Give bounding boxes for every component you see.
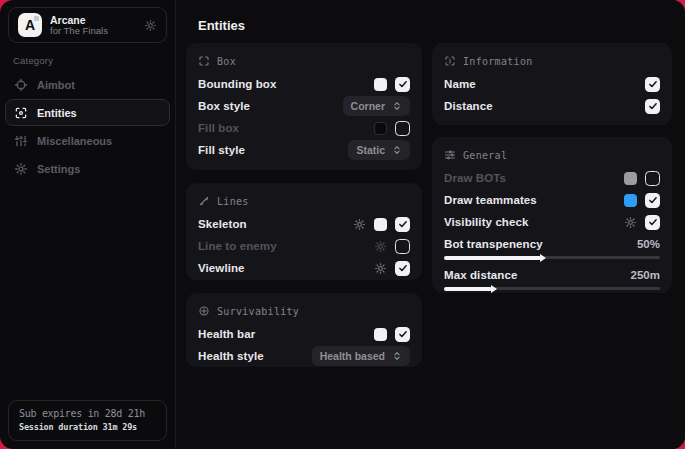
checkbox-bounding-box[interactable] (395, 77, 410, 92)
sliders-icon (14, 134, 28, 148)
color-swatch[interactable] (374, 218, 387, 231)
slider-thumb[interactable] (540, 254, 546, 262)
max-distance-value: 250m (631, 269, 660, 281)
box-style-dropdown[interactable]: Corner (343, 96, 410, 116)
bot-transparency-slider-group: Bot transpenency 50% (444, 234, 660, 259)
dropdown-value: Corner (351, 100, 385, 112)
check-icon (398, 329, 408, 339)
checkbox-draw-bots[interactable] (645, 171, 660, 186)
page-title: Entities (198, 18, 245, 33)
setting-row-draw-teammates: Draw teammates (444, 189, 660, 211)
corner-brackets-icon (198, 55, 210, 67)
app-header-card: A Arcane for The Finals (8, 7, 167, 43)
checkbox-skeleton[interactable] (395, 217, 410, 232)
color-swatch[interactable] (624, 194, 637, 207)
checkbox-visibility-check[interactable] (645, 215, 660, 230)
info-brackets-icon (444, 55, 456, 67)
gear-icon[interactable] (374, 262, 387, 275)
check-icon (648, 101, 658, 111)
slider-thumb[interactable] (491, 285, 497, 293)
checkbox-health-bar[interactable] (395, 327, 410, 342)
section-title-lines: Lines (217, 196, 249, 207)
subscription-info-box: Sub expires in 28d 21h Session duration … (8, 400, 167, 441)
setting-row-name: Name (444, 73, 660, 95)
checkbox-distance[interactable] (645, 99, 660, 114)
sidebar-item-label: Entities (37, 107, 77, 119)
crosshair-icon (14, 78, 28, 92)
gear-icon[interactable] (353, 218, 366, 231)
horizontal-sliders-icon (444, 149, 456, 161)
max-distance-slider-group: Max distance 250m (444, 265, 660, 290)
section-title-information: Information (463, 56, 533, 67)
checkbox-line-to-enemy[interactable] (395, 239, 410, 254)
setting-label: Draw BOTs (444, 172, 506, 184)
setting-label: Bot transpenency (444, 238, 543, 250)
category-label: Category (13, 55, 53, 66)
bot-transparency-slider[interactable] (444, 256, 660, 259)
dropdown-value: Static (356, 144, 385, 156)
setting-label: Health style (198, 350, 264, 362)
sidebar-item-label: Settings (37, 163, 80, 175)
gear-icon (14, 162, 28, 176)
sidebar-item-entities[interactable]: Entities (5, 99, 170, 126)
color-swatch[interactable] (374, 122, 387, 135)
checkbox-fill-box[interactable] (395, 121, 410, 136)
main-content: Entities Box Bounding box Box style Corn… (176, 0, 685, 449)
lifebuoy-icon (198, 305, 210, 317)
chevron-updown-icon (392, 351, 402, 361)
app-name: Arcane (50, 14, 136, 26)
information-section-card: Information Name Distance (432, 43, 672, 125)
lines-section-card: Lines Skeleton Line to enemy Viewline (186, 183, 422, 280)
max-distance-slider[interactable] (444, 287, 660, 290)
gear-icon[interactable] (374, 240, 387, 253)
setting-row-bounding-box: Bounding box (198, 73, 410, 95)
check-icon (398, 79, 408, 89)
setting-label: Viewline (198, 262, 245, 274)
color-swatch[interactable] (374, 78, 387, 91)
dropdown-value: Health based (320, 350, 385, 362)
sub-expiry-text: Sub expires in 28d 21h (19, 408, 156, 419)
color-swatch[interactable] (374, 328, 387, 341)
setting-label: Skeleton (198, 218, 247, 230)
sidebar-item-aimbot[interactable]: Aimbot (5, 71, 170, 98)
setting-row-line-to-enemy: Line to enemy (198, 235, 410, 257)
check-icon (648, 79, 658, 89)
sidebar-item-miscellaneous[interactable]: Miscellaneous (5, 127, 170, 154)
chevron-updown-icon (392, 145, 402, 155)
check-icon (648, 195, 658, 205)
checkbox-viewline[interactable] (395, 261, 410, 276)
setting-label: Line to enemy (198, 240, 277, 252)
sidebar-nav: Aimbot Entities Miscellaneous Settings (5, 71, 170, 183)
section-title-survivability: Survivability (217, 306, 299, 317)
fill-style-dropdown[interactable]: Static (348, 140, 410, 160)
check-icon (398, 263, 408, 273)
survivability-section-card: Survivability Health bar Health style He… (186, 293, 422, 367)
health-style-dropdown[interactable]: Health based (312, 346, 410, 366)
sidebar-item-label: Miscellaneous (37, 135, 112, 147)
check-icon (398, 219, 408, 229)
app-settings-gear-icon[interactable] (144, 19, 157, 32)
setting-row-skeleton: Skeleton (198, 213, 410, 235)
sidebar-item-settings[interactable]: Settings (5, 155, 170, 182)
general-section-card: General Draw BOTs Draw teammates Visibil… (432, 137, 672, 293)
setting-label: Bounding box (198, 78, 277, 90)
color-swatch[interactable] (624, 172, 637, 185)
setting-row-visibility-check: Visibility check (444, 211, 660, 233)
pencil-line-icon (198, 195, 210, 207)
setting-label: Draw teammates (444, 194, 537, 206)
gear-icon[interactable] (624, 216, 637, 229)
sidebar-item-label: Aimbot (37, 79, 75, 91)
checkbox-name[interactable] (645, 77, 660, 92)
setting-label: Fill box (198, 122, 239, 134)
box-section-card: Box Bounding box Box style Corner Fill b… (186, 43, 422, 170)
setting-row-distance: Distance (444, 95, 660, 117)
setting-label: Health bar (198, 328, 255, 340)
bot-transparency-value: 50% (637, 238, 660, 250)
session-duration-text: Session duration 31m 29s (19, 422, 156, 432)
checkbox-draw-teammates[interactable] (645, 193, 660, 208)
setting-row-viewline: Viewline (198, 257, 410, 279)
app-logo: A (18, 13, 42, 37)
setting-label: Fill style (198, 144, 245, 156)
setting-row-fill-style: Fill style Static (198, 139, 410, 161)
setting-row-fill-box: Fill box (198, 117, 410, 139)
